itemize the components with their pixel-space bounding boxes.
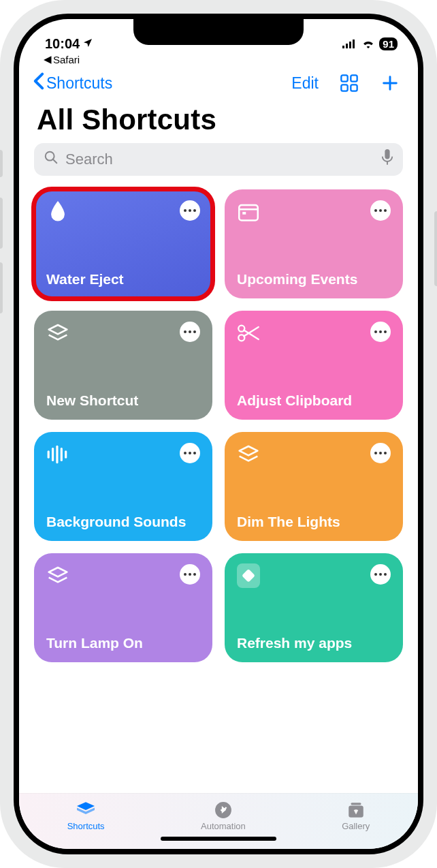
shortcut-card-refresh-my-apps[interactable]: Refresh my apps: [225, 553, 403, 662]
card-more-button[interactable]: [370, 322, 391, 342]
card-more-button[interactable]: [370, 564, 391, 585]
mic-icon[interactable]: [381, 149, 393, 170]
page-title: All Shortcuts: [19, 98, 418, 143]
soundwave-icon: [46, 443, 69, 466]
card-title: Adjust Clipboard: [237, 392, 391, 409]
svg-rect-3: [353, 40, 355, 48]
card-title: Dim The Lights: [237, 514, 391, 530]
card-title: Refresh my apps: [237, 635, 391, 651]
card-title: Background Sounds: [46, 514, 200, 530]
tab-automation[interactable]: Automation: [201, 801, 246, 831]
water-drop-icon: [46, 200, 69, 223]
shortcut-card-turn-lamp-on[interactable]: Turn Lamp On: [34, 553, 212, 662]
svg-rect-24: [242, 569, 255, 583]
power-button[interactable]: [434, 211, 437, 286]
card-more-button[interactable]: [180, 322, 200, 342]
svg-rect-12: [239, 205, 258, 221]
svg-rect-2: [349, 42, 351, 48]
svg-rect-10: [385, 149, 389, 159]
status-time: 10:04: [45, 36, 80, 52]
svg-rect-0: [342, 46, 344, 48]
shortcut-card-new-shortcut[interactable]: New Shortcut: [34, 311, 212, 420]
scissors-icon: [237, 322, 260, 345]
svg-rect-5: [351, 75, 357, 81]
back-caret-icon: ◀: [44, 53, 52, 65]
add-button[interactable]: [380, 73, 400, 93]
svg-rect-1: [346, 44, 348, 48]
card-title: Turn Lamp On: [46, 635, 200, 651]
wifi-icon: [361, 36, 375, 52]
shortcut-card-upcoming-events[interactable]: Upcoming Events: [225, 189, 403, 298]
search-icon: [44, 150, 59, 169]
nav-back-button[interactable]: Shortcuts: [33, 72, 112, 94]
location-icon: [82, 36, 93, 52]
svg-rect-7: [351, 84, 357, 91]
shortcut-card-water-eject[interactable]: Water Eject: [34, 189, 212, 298]
volume-up-button[interactable]: [0, 198, 3, 249]
battery-indicator: 91: [379, 37, 398, 50]
search-bar[interactable]: [34, 143, 403, 176]
layers-icon: [46, 564, 69, 587]
svg-line-9: [53, 159, 57, 164]
layers-icon: [237, 443, 260, 466]
svg-rect-14: [242, 212, 246, 215]
shortcut-card-background-sounds[interactable]: Background Sounds: [34, 432, 212, 541]
svg-rect-6: [341, 84, 347, 91]
shortcut-card-dim-the-lights[interactable]: Dim The Lights: [225, 432, 403, 541]
tab-label: Shortcuts: [67, 821, 105, 831]
app-diamond-icon: [237, 564, 260, 587]
grid-view-icon[interactable]: [339, 73, 359, 93]
chevron-left-icon: [33, 72, 45, 94]
card-more-button[interactable]: [180, 200, 200, 221]
tab-label: Automation: [201, 821, 246, 831]
back-to-app[interactable]: ◀ Safari: [19, 52, 418, 65]
layers-icon: [46, 322, 69, 345]
shortcuts-tab-icon: [76, 801, 96, 820]
card-more-button[interactable]: [370, 200, 391, 221]
back-app-label: Safari: [53, 54, 80, 65]
card-title: New Shortcut: [46, 392, 200, 409]
edit-button[interactable]: Edit: [291, 74, 319, 93]
shortcuts-grid: Water Eject Upcoming Events: [19, 176, 418, 793]
volume-down-button[interactable]: [0, 262, 3, 313]
shortcut-card-adjust-clipboard[interactable]: Adjust Clipboard: [225, 311, 403, 420]
gallery-tab-icon: [346, 801, 366, 820]
cellular-icon: [342, 36, 357, 52]
nav-back-label: Shortcuts: [46, 74, 112, 93]
card-more-button[interactable]: [370, 443, 391, 463]
card-more-button[interactable]: [180, 443, 200, 463]
automation-tab-icon: [213, 801, 233, 820]
tab-label: Gallery: [342, 821, 370, 831]
svg-rect-27: [351, 803, 361, 805]
tab-shortcuts[interactable]: Shortcuts: [67, 801, 105, 831]
mute-switch[interactable]: [0, 150, 3, 177]
card-more-button[interactable]: [180, 564, 200, 585]
calendar-icon: [237, 200, 260, 223]
card-title: Water Eject: [46, 271, 200, 288]
card-title: Upcoming Events: [237, 271, 391, 288]
home-indicator[interactable]: [161, 837, 276, 841]
search-input[interactable]: [64, 150, 376, 169]
tab-gallery[interactable]: Gallery: [342, 801, 370, 831]
device-notch: [133, 19, 304, 45]
svg-rect-4: [341, 75, 347, 81]
